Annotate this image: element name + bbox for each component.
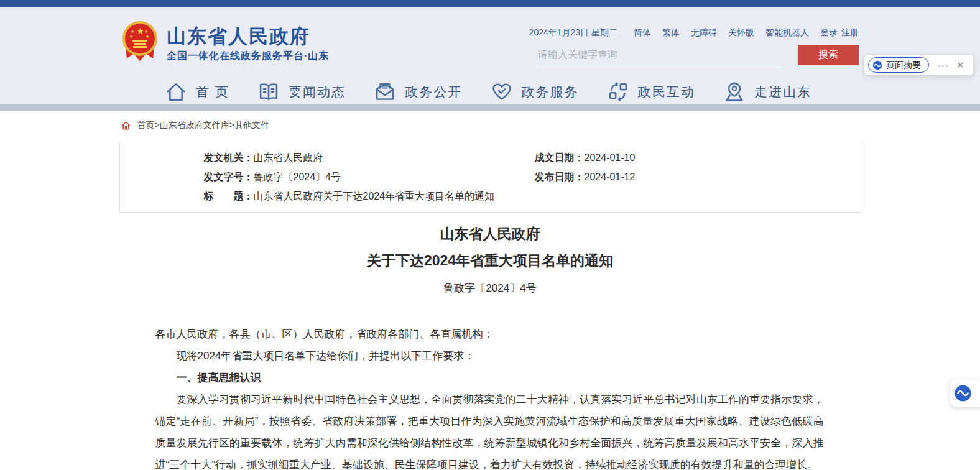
nav-label: 政民互动 <box>638 83 695 101</box>
nav-item-news[interactable]: 要闻动态 <box>257 81 346 103</box>
home-icon <box>121 121 131 131</box>
top-accent-bar <box>0 0 980 7</box>
more-options-icon[interactable]: ··· <box>938 60 949 70</box>
emblem-star-icon: ★ <box>144 29 148 34</box>
heart-icon <box>491 81 513 103</box>
document-body: 各市人民政府，各县（市、区）人民政府，省政府各部门、各直属机构： 现将2024年… <box>155 323 824 470</box>
meta-value: 2024-01-10 <box>585 151 636 165</box>
document-meta-box: 发文机关： 山东省人民政府 成文日期： 2024-01-10 发文字号： 鲁政字… <box>119 142 861 213</box>
paragraph-salutation: 各市人民政府，各县（市、区）人民政府，省政府各部门、各直属机构： <box>155 323 824 345</box>
current-date: 2024年1月23日 星期二 <box>529 27 617 39</box>
meta-value: 鲁政字〔2024〕4号 <box>254 170 341 184</box>
page-summary-label: 页面摘要 <box>886 60 921 71</box>
document-title-line1: 山东省人民政府 <box>119 224 861 244</box>
search-bar: 搜索 <box>538 45 859 65</box>
register-link[interactable]: 注册 <box>841 27 859 39</box>
meta-issuing-agency: 发文机关： 山东省人民政府 <box>204 151 535 165</box>
ai-assistant-floater[interactable] <box>950 379 980 407</box>
document-title-line2: 关于下达2024年省重大项目名单的通知 <box>119 251 861 270</box>
breadcrumb-item-other-docs[interactable]: 其他文件 <box>234 120 269 130</box>
search-input[interactable] <box>538 45 784 65</box>
meta-value: 山东省人民政府 <box>254 151 323 165</box>
paragraph-heading-1: 一、提高思想认识 <box>155 367 824 389</box>
emblem-gate-icon <box>132 40 147 48</box>
breadcrumb-item-home[interactable]: 首页 <box>137 120 155 130</box>
ai-assistant-icon <box>872 60 882 70</box>
nav-item-gov-disclosure[interactable]: 政务公开 <box>374 81 462 103</box>
nav-item-about-shandong[interactable]: 走进山东 <box>723 81 811 103</box>
breadcrumb: 首页>山东省政府文件库>其他文件 <box>121 120 861 131</box>
meta-label: 发文机关： <box>204 151 254 165</box>
nav-label: 政务公开 <box>405 83 462 101</box>
emblem-star-icon: ★ <box>129 34 133 39</box>
site-title: 山东省人民政府 <box>167 24 310 50</box>
site-subtitle: 全国一体化在线政务服务平台·山东 <box>167 50 329 63</box>
page-summary-button[interactable]: 页面摘要 <box>868 57 929 73</box>
meta-doc-number: 发文字号： 鲁政字〔2024〕4号 <box>204 170 535 184</box>
ai-assistant-icon <box>954 384 972 402</box>
link-simplified[interactable]: 简体 <box>634 27 651 39</box>
paragraph-body-1: 要深入学习贯彻习近平新时代中国特色社会主义思想，全面贯彻落实党的二十大精神，认真… <box>155 389 824 470</box>
page-summary-widget: 页面摘要 ··· ✕ <box>864 55 973 75</box>
close-icon[interactable]: ✕ <box>956 60 964 71</box>
main-nav: 首 页 要闻动态 政务公开 <box>165 76 811 108</box>
meta-label: 发布日期： <box>535 170 585 184</box>
emblem-star-icon: ★ <box>146 34 149 39</box>
site-header: ★ ★ ★ ★ ★ 山东省人民政府 全国一体化在线政务服务平台·山东 2024年… <box>0 7 980 104</box>
nav-item-interaction[interactable]: 政民互动 <box>607 81 695 103</box>
top-utility-links: 2024年1月23日 星期二 简体 繁体 无障碍 关怀版 智能机器人 登录 注册 <box>529 27 859 39</box>
meta-label: 发文字号： <box>204 170 254 184</box>
breadcrumb-item-library[interactable]: 山东省政府文件库 <box>160 120 229 130</box>
book-icon <box>257 81 280 103</box>
link-traditional[interactable]: 繁体 <box>662 27 680 39</box>
meta-title: 标 题： 山东省人民政府关于下达2024年省重大项目名单的通知 <box>204 190 848 203</box>
breadcrumb-separator: > <box>229 120 234 130</box>
link-care-version[interactable]: 关怀版 <box>728 27 754 39</box>
breadcrumb-path: 首页>山东省政府文件库>其他文件 <box>137 120 269 131</box>
paragraph-intro: 现将2024年省重大项目名单下达给你们，并提出以下工作要求： <box>155 345 824 367</box>
document-number: 鲁政字〔2024〕4号 <box>119 281 861 295</box>
meta-value: 山东省人民政府关于下达2024年省重大项目名单的通知 <box>254 190 495 203</box>
search-button[interactable]: 搜索 <box>798 45 859 65</box>
nav-label: 走进山东 <box>754 83 811 101</box>
nav-label: 首 页 <box>196 83 229 101</box>
nav-item-gov-services[interactable]: 政务服务 <box>491 81 579 103</box>
emblem-star-icon: ★ <box>131 29 134 34</box>
link-smart-robot[interactable]: 智能机器人 <box>765 27 809 39</box>
meta-value: 2024-01-12 <box>585 170 636 184</box>
national-emblem-logo[interactable]: ★ ★ ★ ★ ★ <box>122 21 158 63</box>
map-pin-icon <box>723 81 746 103</box>
login-link[interactable]: 登录 <box>820 27 838 39</box>
meta-label: 标 题： <box>204 190 254 203</box>
home-icon <box>165 81 187 103</box>
main-content: 首页>山东省政府文件库>其他文件 发文机关： 山东省人民政府 成文日期： 202… <box>119 120 861 470</box>
nav-item-home[interactable]: 首 页 <box>165 81 229 103</box>
link-accessibility[interactable]: 无障碍 <box>691 27 717 39</box>
meta-label: 成文日期： <box>535 151 585 165</box>
meta-written-date: 成文日期： 2024-01-10 <box>535 151 848 165</box>
breadcrumb-separator: > <box>155 120 160 130</box>
emblem-star-icon: ★ <box>136 26 144 35</box>
meta-publish-date: 发布日期： 2024-01-12 <box>535 170 848 184</box>
envelope-icon <box>374 81 396 103</box>
chat-icon <box>607 81 629 103</box>
nav-label: 要闻动态 <box>289 83 346 101</box>
nav-label: 政务服务 <box>522 83 579 101</box>
